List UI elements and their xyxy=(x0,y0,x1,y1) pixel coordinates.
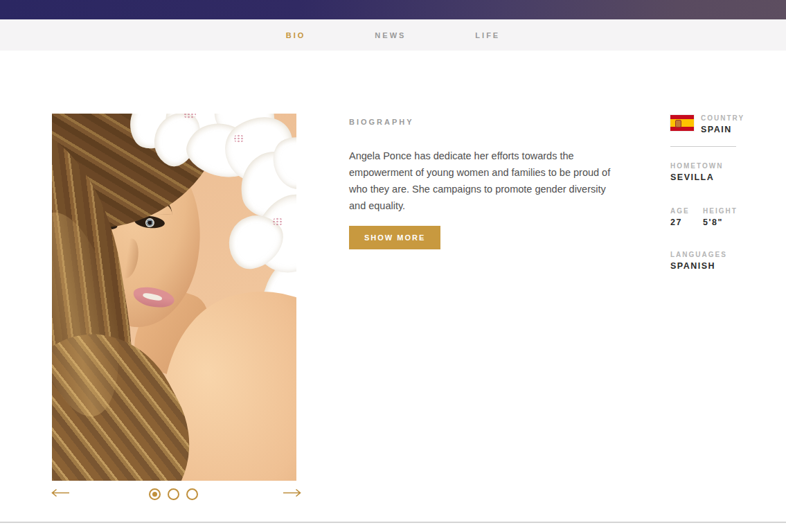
tab-life[interactable]: LIFE xyxy=(471,30,504,40)
height-fact: HEIGHT 5'8" xyxy=(703,207,738,227)
age-value: 27 xyxy=(670,218,703,227)
portrait-iris xyxy=(145,218,154,227)
height-value: 5'8" xyxy=(703,218,738,227)
orchid-speckles xyxy=(272,218,283,226)
biography-section: BIOGRAPHY Angela Ponce has dedicate her … xyxy=(349,118,626,249)
languages-fact: LANGUAGES SPANISH xyxy=(670,251,727,271)
country-value: SPAIN xyxy=(701,125,744,134)
tab-bio[interactable]: BIO xyxy=(282,30,310,40)
orchid-speckles xyxy=(233,134,244,143)
carousel-dots xyxy=(149,488,198,500)
portrait-photo xyxy=(52,114,296,481)
height-label: HEIGHT xyxy=(703,207,738,215)
spain-flag-icon xyxy=(670,115,694,131)
hometown-fact: HOMETOWN SEVILLA xyxy=(670,162,723,182)
show-more-button[interactable]: SHOW MORE xyxy=(349,226,440,249)
arrow-right-icon xyxy=(283,488,301,497)
age-label: AGE xyxy=(670,207,703,215)
age-height-facts: AGE 27 HEIGHT 5'8" xyxy=(670,207,738,227)
header-banner xyxy=(0,0,786,19)
hometown-label: HOMETOWN xyxy=(670,162,723,170)
carousel-dot-3[interactable] xyxy=(186,488,198,500)
carousel-dot-2[interactable] xyxy=(168,488,179,500)
tab-news[interactable]: NEWS xyxy=(370,30,410,40)
age-fact: AGE 27 xyxy=(670,207,703,227)
carousel-dot-1[interactable] xyxy=(149,488,161,500)
arrow-left-icon xyxy=(51,488,70,497)
footer-divider xyxy=(0,522,786,523)
biography-heading: BIOGRAPHY xyxy=(349,118,626,127)
biography-text: Angela Ponce has dedicate her efforts to… xyxy=(349,148,620,214)
carousel-prev-button[interactable] xyxy=(50,487,71,501)
country-fact: COUNTRY SPAIN xyxy=(670,114,744,134)
languages-label: LANGUAGES xyxy=(670,251,727,258)
languages-value: SPANISH xyxy=(670,261,727,271)
country-label: COUNTRY xyxy=(701,114,744,122)
carousel-next-button[interactable] xyxy=(281,487,303,501)
hometown-value: SEVILLA xyxy=(670,172,723,182)
profile-tabs: BIO NEWS LIFE xyxy=(0,19,786,51)
facts-divider xyxy=(670,146,736,147)
